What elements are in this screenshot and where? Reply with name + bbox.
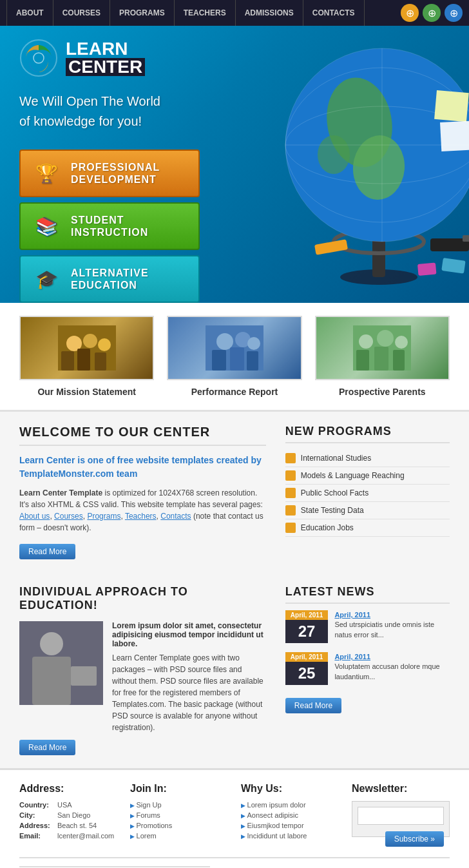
join-item-3[interactable]: Promotions <box>130 822 228 829</box>
news-text-2: April, 2011 Voluptatem accusan dolore mq… <box>334 652 450 685</box>
email-link[interactable]: lcenter@mail.com <box>57 832 114 840</box>
svg-rect-14 <box>434 90 469 122</box>
svg-rect-44 <box>32 657 71 705</box>
svg-rect-33 <box>230 347 244 371</box>
news-date-box-1: April, 2011 27 <box>285 610 329 643</box>
svg-point-8 <box>318 135 350 174</box>
footer-address: Address: Country: USA City: San Diego Ad… <box>19 783 117 847</box>
nav-about[interactable]: ABOUT <box>6 0 53 26</box>
newsletter-box: Subscribe » <box>352 801 450 837</box>
newsletter-input[interactable] <box>358 807 444 825</box>
tagline-main: We Will Open The World <box>19 94 160 108</box>
svg-rect-3 <box>372 238 385 277</box>
bullet-2 <box>285 470 296 481</box>
hero-globe <box>250 39 469 290</box>
news-title: LATEST NEWS <box>285 585 450 604</box>
alternative-icon: 🎓 <box>31 263 63 295</box>
svg-point-1 <box>34 53 44 63</box>
svg-rect-34 <box>247 351 258 371</box>
thumb-performance: Performance Report <box>167 316 302 397</box>
logo-learn: LEARN <box>66 40 145 58</box>
social-icon-3[interactable]: ⊕ <box>445 4 463 22</box>
news-month-1: April, 2011 <box>285 610 329 620</box>
svg-rect-18 <box>314 239 348 255</box>
approach-title: INDIVIDUAL APPROACH TO EDUCATION! <box>19 585 266 612</box>
welcome-title: WELCOME TO OUR CENTER <box>19 425 266 446</box>
join-title: Join In: <box>130 783 228 795</box>
join-item-1[interactable]: Sign Up <box>130 801 228 809</box>
btn-student-label: STUDENTINSTRUCTION <box>71 214 148 238</box>
nav-links: ABOUT COURSES PROGRAMS TEACHERS ADMISSIO… <box>6 0 365 26</box>
svg-rect-25 <box>61 351 74 371</box>
logo: LEARN CENTER <box>19 39 245 77</box>
svg-point-23 <box>83 334 97 348</box>
hero-section: LEARN CENTER We Will Open The World of k… <box>0 26 469 303</box>
svg-rect-32 <box>212 350 226 371</box>
footer-why: Why Us: Lorem ipsum dolor Aonsect adipis… <box>241 783 339 847</box>
footer-newsletter: Newsletter: Subscribe » <box>352 783 450 847</box>
program-item-4: State Testing Data <box>285 502 450 519</box>
news-link-1[interactable]: April, 2011 <box>334 611 370 619</box>
svg-rect-45 <box>71 666 97 686</box>
footer-bottom: Call Us Now: 1-800-567-8934 Website Temp… <box>19 857 450 868</box>
logo-text: LEARN CENTER <box>66 40 145 76</box>
news-link-2[interactable]: April, 2011 <box>334 653 370 661</box>
address-country: Country: USA <box>19 801 117 809</box>
join-item-4[interactable]: Lorem <box>130 832 228 840</box>
subscribe-button[interactable]: Subscribe » <box>385 831 444 847</box>
program-item-3: Public School Facts <box>285 485 450 502</box>
news-month-2: April, 2011 <box>285 652 329 662</box>
link-teachers[interactable]: Teachers <box>125 512 157 521</box>
social-icon-2[interactable]: ⊕ <box>423 4 441 22</box>
programs-list: International Studies Models & Language … <box>285 450 450 537</box>
newsletter-title: Newsletter: <box>352 783 450 795</box>
news-day-1: 27 <box>285 620 329 643</box>
news-date-box-2: April, 2011 25 <box>285 652 329 685</box>
link-courses[interactable]: Courses <box>54 512 83 521</box>
thumb-label-mission: Our Mission Statement <box>19 387 154 397</box>
svg-point-43 <box>40 632 63 655</box>
btn-student[interactable]: 📚 STUDENTINSTRUCTION <box>19 202 200 250</box>
footer-join: Join In: Sign Up Forums Promotions Lorem <box>130 783 228 847</box>
welcome-link[interactable]: Learn Center is one of free website temp… <box>19 454 266 481</box>
nav-teachers[interactable]: TEACHERS <box>175 0 236 26</box>
why-item-1: Lorem ipsum dolor <box>241 801 339 809</box>
news-item-2: April, 2011 25 April, 2011 Voluptatem ac… <box>285 652 450 685</box>
news-read-more[interactable]: Read More <box>285 698 341 713</box>
approach-read-more[interactable]: Read More <box>19 740 75 755</box>
footer: Address: Country: USA City: San Diego Ad… <box>0 768 469 868</box>
professional-icon: 🏆 <box>31 157 63 189</box>
svg-point-36 <box>359 334 373 349</box>
bullet-5 <box>285 523 296 533</box>
btn-professional[interactable]: 🏆 PROFESSIONALDEVELOPMENT <box>19 149 200 197</box>
link-programs[interactable]: Programs <box>87 512 120 521</box>
nav-contacts[interactable]: CONTACTS <box>303 0 365 26</box>
news-item-1: April, 2011 27 April, 2011 Sed utrspicia… <box>285 610 450 643</box>
address-city: City: San Diego <box>19 811 117 819</box>
content-row: WELCOME TO OUR CENTER Learn Center is on… <box>0 412 469 572</box>
welcome-read-more[interactable]: Read More <box>19 544 75 559</box>
program-item-1: International Studies <box>285 450 450 467</box>
logo-center-text: CENTER <box>66 58 145 76</box>
btn-alternative[interactable]: 🎓 ALTERNATIVEEDUCATION <box>19 255 200 303</box>
nav-courses[interactable]: COURSES <box>53 0 110 26</box>
approach-text: Lorem ipsum dolor sit amet, consectetur … <box>112 621 266 733</box>
nav-admissions[interactable]: ADMISSIONS <box>236 0 303 26</box>
social-icon-1[interactable]: ⊕ <box>401 4 419 22</box>
svg-point-38 <box>395 336 408 349</box>
link-about[interactable]: About us <box>19 512 50 521</box>
thumb-img-mission <box>19 316 154 380</box>
nav-programs[interactable]: PROGRAMS <box>110 0 175 26</box>
main-section: WELCOME TO OUR CENTER Learn Center is on… <box>0 412 469 768</box>
thumb-label-performance: Performance Report <box>167 387 302 397</box>
btn-alternative-label: ALTERNATIVEEDUCATION <box>71 267 149 291</box>
svg-rect-41 <box>393 350 405 371</box>
join-item-2[interactable]: Forums <box>130 811 228 819</box>
svg-rect-39 <box>356 350 369 371</box>
link-contacts[interactable]: Contacts <box>160 512 191 521</box>
hero-content: LEARN CENTER We Will Open The World of k… <box>0 26 258 303</box>
programs-title: NEW PROGRAMS <box>285 425 450 443</box>
approach-section: INDIVIDUAL APPROACH TO EDUCATION! Lorem … <box>19 585 266 755</box>
svg-rect-26 <box>77 349 90 371</box>
bullet-4 <box>285 505 296 516</box>
